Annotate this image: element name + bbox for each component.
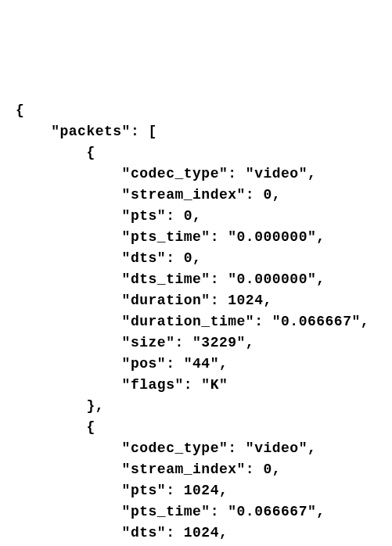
code-line: {	[16, 142, 376, 163]
code-line: "stream_index": 0,	[16, 185, 376, 206]
code-line: {	[16, 417, 376, 438]
code-line: "codec_type": "video",	[16, 163, 376, 185]
code-line: "size": "3229",	[16, 332, 376, 354]
code-line: "duration": 1024,	[16, 290, 376, 311]
code-block: { "packets": [ { "codec_type": "video", …	[16, 100, 376, 546]
code-line: "dts": 1024,	[16, 523, 376, 544]
code-line: "dts": 0,	[16, 248, 376, 269]
code-line: "dts_time": "0.000000",	[16, 269, 376, 290]
code-line: "codec_type": "video",	[16, 438, 376, 459]
code-line: "flags": "K"	[16, 375, 376, 396]
code-line: "duration_time": "0.066667",	[16, 311, 376, 332]
code-line: {	[16, 100, 376, 121]
code-line: },	[16, 396, 376, 417]
code-line: "pts_time": "0.066667",	[16, 501, 376, 523]
code-line: "pts": 0,	[16, 206, 376, 227]
code-line: "pts": 1024,	[16, 480, 376, 501]
code-line: "packets": [	[16, 121, 376, 142]
code-line: "stream_index": 0,	[16, 459, 376, 480]
code-line: "pos": "44",	[16, 354, 376, 375]
code-line: "pts_time": "0.000000",	[16, 227, 376, 248]
